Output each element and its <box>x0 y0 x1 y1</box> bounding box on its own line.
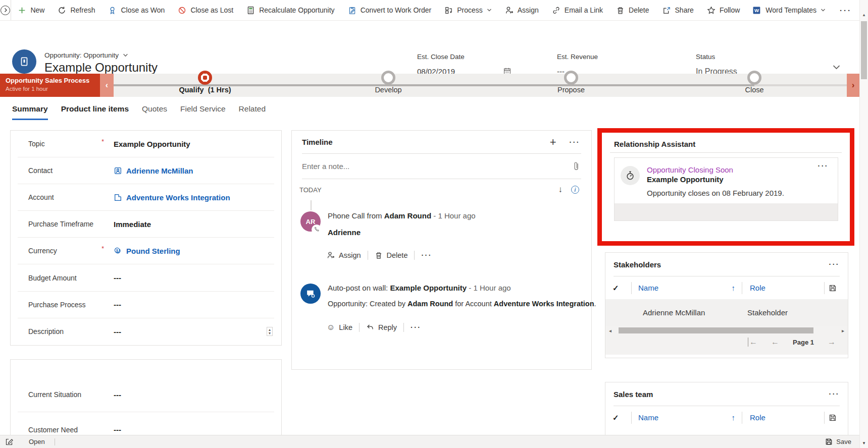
column-header-name[interactable]: Name ↑ <box>632 284 742 292</box>
reply-button[interactable]: Reply <box>366 323 397 331</box>
assistant-card-footer <box>615 203 838 220</box>
assistant-card-more-button[interactable]: ··· <box>818 162 829 170</box>
assistant-card-subject[interactable]: Example Opportunity <box>647 175 724 184</box>
follow-button[interactable]: Follow <box>700 0 746 20</box>
hscroll-left-arrow[interactable]: ◂ <box>609 328 611 333</box>
stakeholders-more-button[interactable]: ··· <box>829 260 840 268</box>
account-link[interactable]: Adventure Works Integration <box>114 193 230 202</box>
currency-link[interactable]: $ Pound Sterling <box>114 247 180 255</box>
column-header-role[interactable]: Role <box>742 413 824 422</box>
delete-button[interactable]: Delete <box>609 0 655 20</box>
scroll-down-arrow[interactable]: ▾ <box>860 440 868 445</box>
timeline-entry-header[interactable]: Phone Call from Adam Round - 1 Hour ago <box>328 211 476 220</box>
process-icon <box>444 6 453 15</box>
reply-icon <box>366 323 374 331</box>
info-icon[interactable]: i <box>571 186 579 194</box>
word-templates-button[interactable]: W Word Templates <box>746 0 832 20</box>
scrollbar-thumb[interactable] <box>861 21 867 79</box>
assistant-card-link[interactable]: Opportunity Closing Soon <box>647 165 733 174</box>
entity-breadcrumb[interactable]: Opportunity: Opportunity <box>44 51 128 59</box>
first-page-button[interactable]: ← <box>748 338 757 347</box>
timeline-more-button[interactable]: ··· <box>570 138 581 146</box>
record-header: Opportunity: Opportunity Example Opportu… <box>0 21 859 74</box>
add-timeline-record-button[interactable]: + <box>550 136 556 149</box>
attach-file-button[interactable] <box>572 161 580 172</box>
note-input[interactable] <box>302 162 572 171</box>
convert-to-work-order-button[interactable]: Convert to Work Order <box>341 0 438 20</box>
column-header-name[interactable]: Name ↑ <box>632 413 742 422</box>
stage-propose[interactable]: Propose <box>516 74 627 94</box>
hscroll-thumb[interactable] <box>619 327 813 333</box>
word-icon: W <box>753 6 761 15</box>
select-all-checkmark[interactable]: ✓ <box>612 413 631 422</box>
smiley-icon: ☺ <box>327 323 335 332</box>
hscroll-right-arrow[interactable]: ▸ <box>842 328 844 333</box>
process-name-badge[interactable]: Opportunity Sales Process Active for 1 h… <box>0 74 100 97</box>
timeline-entry-body[interactable]: Opportunity: Created by Adam Round for A… <box>328 300 596 308</box>
sort-ascending-icon[interactable]: ↑ <box>732 413 736 422</box>
like-button[interactable]: ☺ Like <box>327 323 352 332</box>
topic-value[interactable]: Example Opportunity <box>114 140 190 148</box>
stakeholder-row[interactable]: Adrienne McMillan Stakeholder <box>605 299 848 326</box>
delete-activity-button[interactable]: Delete <box>375 251 408 259</box>
stakeholder-name: Adrienne McMillan <box>643 308 747 317</box>
entry-more-button[interactable]: ··· <box>421 251 432 259</box>
process-scroll-right-button[interactable]: › <box>847 74 859 97</box>
current-situation-value[interactable]: --- <box>114 390 121 399</box>
assign-button[interactable]: Assign <box>498 0 545 20</box>
previous-page-button[interactable]: ← <box>771 338 779 347</box>
new-button[interactable]: New <box>11 0 51 20</box>
assign-activity-button[interactable]: Assign <box>327 251 361 259</box>
expand-header-button[interactable] <box>832 63 841 72</box>
tab-related[interactable]: Related <box>239 104 266 120</box>
purchase-process-value[interactable]: --- <box>114 300 121 309</box>
description-stepper[interactable]: ▴▾ <box>267 327 273 336</box>
scroll-up-arrow[interactable]: ▴ <box>860 12 868 17</box>
contact-link[interactable]: Adrienne McMillan <box>114 166 193 175</box>
next-page-button[interactable]: → <box>828 338 836 347</box>
sort-ascending-icon[interactable]: ↑ <box>732 284 736 292</box>
tab-field-service[interactable]: Field Service <box>180 104 226 120</box>
tab-summary[interactable]: Summary <box>12 104 48 120</box>
sales-team-more-button[interactable]: ··· <box>829 390 840 398</box>
more-commands-button[interactable]: ··· <box>832 0 859 20</box>
timeline-entry-header[interactable]: Auto-post on wall: Example Opportunity -… <box>328 284 511 292</box>
stage-close[interactable]: Close <box>699 74 810 94</box>
paperclip-icon <box>572 161 580 172</box>
expand-command-bar-button[interactable] <box>0 0 11 20</box>
disk-icon <box>829 414 837 422</box>
save-grid-button[interactable] <box>825 414 841 422</box>
save-grid-button[interactable] <box>825 284 841 292</box>
description-value[interactable]: --- <box>114 327 121 336</box>
customer-need-value[interactable]: --- <box>114 425 121 434</box>
email-a-link-button[interactable]: Email a Link <box>545 0 609 20</box>
close-as-won-button[interactable]: Close as Won <box>101 0 171 20</box>
entry-more-button[interactable]: ··· <box>411 323 422 331</box>
budget-amount-value[interactable]: --- <box>114 273 121 282</box>
recalculate-opportunity-button[interactable]: Recalculate Opportunity <box>240 0 341 20</box>
divider <box>368 251 368 260</box>
tab-quotes[interactable]: Quotes <box>142 104 167 120</box>
refresh-button[interactable]: Refresh <box>51 0 101 20</box>
share-icon <box>662 6 671 15</box>
process-scroll-left-button[interactable]: ‹ <box>100 74 114 97</box>
process-button[interactable]: Process <box>438 0 498 20</box>
stage-qualify[interactable]: Qualify (1 Hrs) <box>149 74 261 94</box>
vertical-scrollbar[interactable]: ▴ ▾ <box>859 0 868 448</box>
field-description: Description --- ▴▾ <box>18 318 274 345</box>
assign-person-icon <box>327 251 335 259</box>
close-as-lost-button[interactable]: Close as Lost <box>171 0 240 20</box>
timeline-entry-body[interactable]: Adrienne <box>328 228 361 237</box>
sort-descending-icon[interactable]: ↓ <box>558 185 563 195</box>
purchase-timeframe-value[interactable]: Immediate <box>114 220 151 229</box>
stakeholders-grid-footer: ◂ ▸ ← ← Page 1 → <box>605 326 848 355</box>
select-all-checkmark[interactable]: ✓ <box>612 284 631 293</box>
field-label: Status <box>696 53 737 61</box>
column-header-role[interactable]: Role <box>742 284 824 292</box>
tab-product-line-items[interactable]: Product line items <box>61 104 129 120</box>
save-button[interactable]: Save <box>825 438 859 445</box>
divider <box>359 323 360 332</box>
auto-post-avatar <box>300 284 321 304</box>
stage-develop[interactable]: Develop <box>333 74 444 94</box>
share-button[interactable]: Share <box>656 0 700 20</box>
